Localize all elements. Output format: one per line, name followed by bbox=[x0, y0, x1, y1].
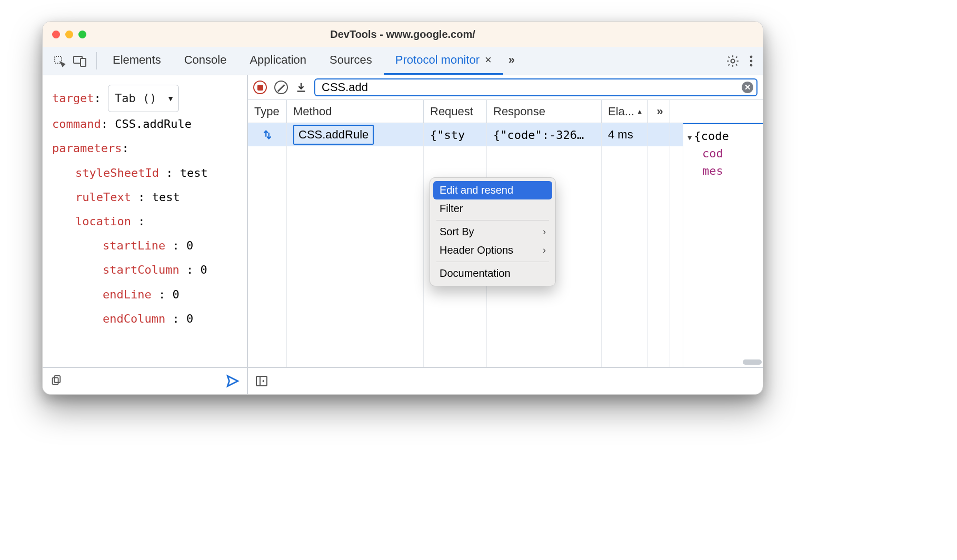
tab-label: Protocol monitor bbox=[395, 53, 480, 67]
param-stylesheetid-key: styleSheetId bbox=[75, 166, 159, 179]
col-header-response[interactable]: Response bbox=[487, 100, 602, 123]
svg-rect-8 bbox=[54, 376, 60, 383]
param-stylesheetid-value[interactable]: test bbox=[180, 166, 208, 179]
param-startcolumn-key: startColumn bbox=[103, 263, 180, 276]
menu-filter[interactable]: Filter bbox=[433, 199, 552, 218]
request-cell: {"sty bbox=[424, 123, 487, 146]
param-endcolumn-key: endColumn bbox=[103, 312, 165, 325]
filter-input[interactable] bbox=[322, 81, 742, 94]
copy-icon[interactable] bbox=[50, 375, 62, 387]
svg-point-4 bbox=[750, 55, 753, 58]
zoom-window-button[interactable] bbox=[78, 31, 86, 38]
svg-rect-2 bbox=[81, 58, 86, 66]
devtools-window: DevTools - www.google.com/ Elements Cons… bbox=[42, 21, 763, 395]
param-startline-value[interactable]: 0 bbox=[186, 239, 193, 252]
json-key-code: cod bbox=[702, 147, 723, 160]
json-key-message: mes bbox=[702, 164, 723, 177]
menu-documentation[interactable]: Documentation bbox=[433, 264, 552, 283]
stop-square-icon bbox=[257, 85, 263, 91]
chevron-double-right-icon: » bbox=[509, 53, 513, 67]
target-label: target bbox=[52, 92, 94, 105]
menu-header-options[interactable]: Header Options› bbox=[433, 241, 552, 259]
menu-separator bbox=[436, 220, 549, 221]
col-header-method[interactable]: Method bbox=[287, 100, 424, 123]
col-header-details bbox=[670, 100, 763, 123]
tab-sources[interactable]: Sources bbox=[318, 47, 384, 75]
kebab-menu-icon[interactable] bbox=[749, 55, 753, 67]
monitor-toolbar: ✕ bbox=[248, 75, 763, 99]
dropdown-caret-icon: ▾ bbox=[167, 86, 174, 111]
param-ruletext-value[interactable]: test bbox=[152, 191, 180, 204]
svg-rect-9 bbox=[256, 376, 267, 386]
col-header-type[interactable]: Type bbox=[248, 100, 287, 123]
bidirectional-arrow-icon bbox=[262, 129, 273, 141]
window-title: DevTools - www.google.com/ bbox=[43, 28, 763, 41]
command-label: command bbox=[52, 117, 101, 131]
tab-console[interactable]: Console bbox=[173, 47, 238, 75]
tab-bar: Elements Console Application Sources Pro… bbox=[43, 47, 763, 75]
settings-icon[interactable] bbox=[726, 54, 740, 68]
param-startline-key: startLine bbox=[103, 239, 165, 252]
filter-input-wrapper: ✕ bbox=[314, 78, 757, 96]
chevron-right-icon: › bbox=[543, 245, 546, 256]
svg-point-5 bbox=[750, 59, 753, 62]
menu-edit-resend[interactable]: Edit and resend bbox=[433, 181, 552, 199]
details-pane[interactable]: ▼{code cod mes bbox=[683, 123, 763, 183]
device-toggle-icon[interactable] bbox=[73, 55, 87, 67]
clear-button[interactable] bbox=[274, 81, 288, 94]
toggle-sidebar-icon[interactable] bbox=[255, 375, 268, 387]
chevron-double-right-icon: » bbox=[656, 105, 661, 118]
chevron-right-icon: › bbox=[543, 226, 546, 237]
close-tab-icon[interactable]: × bbox=[485, 53, 492, 67]
param-location-label: location bbox=[75, 215, 131, 228]
tab-elements[interactable]: Elements bbox=[101, 47, 173, 75]
param-endcolumn-value[interactable]: 0 bbox=[186, 312, 193, 325]
command-editor-content: target: Tab () ▾ command: CSS.addRule pa… bbox=[43, 75, 247, 367]
context-menu: Edit and resend Filter Sort By› Header O… bbox=[430, 177, 556, 286]
method-cell: CSS.addRule bbox=[293, 125, 374, 145]
parameters-label: parameters bbox=[52, 142, 122, 155]
tab-application[interactable]: Application bbox=[238, 47, 318, 75]
send-button[interactable] bbox=[226, 374, 240, 388]
more-columns-button[interactable]: » bbox=[648, 100, 670, 123]
tab-protocol-monitor[interactable]: Protocol monitor × bbox=[384, 47, 503, 75]
more-tabs-button[interactable]: » bbox=[503, 47, 518, 75]
param-ruletext-key: ruleText bbox=[75, 191, 131, 204]
table-header: Type Method Request Response Ela...▲ » bbox=[248, 100, 763, 123]
svg-point-6 bbox=[750, 64, 753, 66]
target-select[interactable]: Tab () ▾ bbox=[108, 85, 179, 112]
param-startcolumn-value[interactable]: 0 bbox=[200, 263, 207, 276]
response-cell: {"code":-326… bbox=[487, 123, 602, 146]
target-value: Tab () bbox=[115, 86, 156, 111]
command-editor-panel: target: Tab () ▾ command: CSS.addRule pa… bbox=[43, 75, 248, 394]
clear-input-icon[interactable]: ✕ bbox=[742, 82, 753, 93]
titlebar: DevTools - www.google.com/ bbox=[43, 22, 763, 47]
svg-rect-7 bbox=[53, 378, 58, 385]
menu-sort-by[interactable]: Sort By› bbox=[433, 223, 552, 241]
param-endline-value[interactable]: 0 bbox=[172, 288, 179, 301]
minimize-window-button[interactable] bbox=[65, 31, 73, 38]
command-value[interactable]: CSS.addRule bbox=[115, 117, 192, 131]
close-window-button[interactable] bbox=[52, 31, 60, 38]
record-stop-button[interactable] bbox=[253, 81, 267, 94]
editor-footer bbox=[43, 367, 247, 394]
horizontal-scrollbar[interactable] bbox=[743, 359, 762, 365]
col-header-request[interactable]: Request bbox=[424, 100, 487, 123]
json-root: {code bbox=[694, 129, 729, 143]
elapsed-cell: 4 ms bbox=[602, 123, 648, 146]
svg-point-3 bbox=[731, 59, 735, 63]
window-controls bbox=[52, 31, 86, 38]
expand-triangle-icon[interactable]: ▼ bbox=[687, 133, 692, 142]
sort-caret-icon: ▲ bbox=[636, 108, 643, 115]
menu-separator bbox=[436, 262, 549, 262]
main-area: target: Tab () ▾ command: CSS.addRule pa… bbox=[43, 75, 763, 394]
download-button[interactable] bbox=[295, 81, 307, 94]
inspect-icon[interactable] bbox=[53, 55, 66, 67]
monitor-footer bbox=[248, 367, 763, 394]
param-endline-key: endLine bbox=[103, 288, 152, 301]
col-header-elapsed[interactable]: Ela...▲ bbox=[602, 100, 648, 123]
separator bbox=[96, 52, 97, 69]
